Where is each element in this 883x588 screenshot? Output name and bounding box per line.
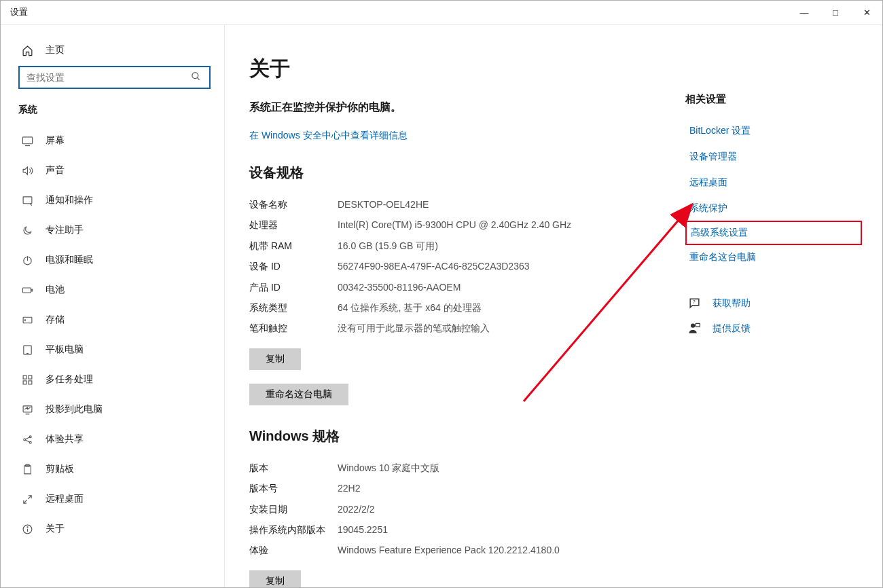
svg-point-20 [29, 435, 31, 437]
nav-display[interactable]: 屏幕 [1, 126, 224, 155]
spec-value: 16.0 GB (15.9 GB 可用) [338, 238, 658, 253]
spec-row: 设备 ID56274F90-98EA-479F-AC46-825C2A3D236… [249, 256, 658, 276]
get-help-link[interactable]: ? 获取帮助 [685, 291, 862, 316]
nav-label: 存储 [46, 314, 65, 326]
windows-spec-header: Windows 规格 [249, 427, 658, 445]
feedback-label: 提供反馈 [713, 323, 751, 335]
sound-icon [21, 165, 33, 177]
rename-pc-button[interactable]: 重命名这台电脑 [249, 384, 348, 405]
svg-point-11 [24, 319, 25, 320]
spec-row: 机带 RAM16.0 GB (15.9 GB 可用) [249, 236, 658, 256]
spec-label: 版本号 [249, 481, 338, 496]
spec-row: 版本号22H2 [249, 478, 658, 498]
svg-marker-4 [23, 166, 27, 174]
page-title: 关于 [249, 55, 658, 83]
device-spec-header: 设备规格 [249, 164, 658, 182]
nav-label: 通知和操作 [46, 194, 93, 206]
svg-rect-2 [22, 136, 32, 143]
nav-multitask[interactable]: 多任务处理 [1, 365, 224, 394]
svg-point-32 [690, 323, 694, 327]
tablet-icon [21, 344, 33, 356]
nav-label: 声音 [46, 164, 65, 177]
advanced-system-settings-link[interactable]: 高级系统设置 [685, 221, 862, 245]
nav-power[interactable]: 电源和睡眠 [1, 245, 224, 275]
spec-value: 00342-35500-81196-AAOEM [338, 280, 658, 295]
spec-value: Windows Feature Experience Pack 120.2212… [338, 543, 658, 557]
protection-status: 系统正在监控并保护你的电脑。 [249, 100, 658, 115]
rail-link[interactable]: 系统保护 [685, 196, 862, 221]
nav-project[interactable]: 投影到此电脑 [1, 394, 224, 424]
svg-rect-5 [23, 196, 32, 203]
rail-link[interactable]: 重命名这台电脑 [685, 244, 862, 270]
rail-link[interactable]: BitLocker 设置 [685, 118, 862, 144]
copy-device-button[interactable]: 复制 [249, 348, 301, 370]
minimize-button[interactable]: — [789, 1, 820, 24]
spec-value: Intel(R) Core(TM) i5-9300H CPU @ 2.40GHz… [338, 217, 658, 232]
svg-line-27 [23, 500, 26, 503]
nav-remote-desktop[interactable]: 远程桌面 [1, 484, 224, 514]
search-input[interactable] [18, 66, 211, 89]
search-icon [191, 71, 201, 84]
window-title: 设置 [10, 7, 28, 18]
spec-label: 设备名称 [249, 197, 338, 212]
window-controls: — □ ✕ [789, 1, 882, 24]
nav-label: 远程桌面 [46, 493, 84, 505]
multitask-icon [21, 374, 33, 386]
svg-line-23 [25, 440, 29, 442]
sidebar: 主页 系统 屏幕 声音 通知和操作 专注助手 [1, 25, 225, 588]
home-button[interactable]: 主页 [1, 39, 224, 66]
project-icon [21, 404, 33, 416]
rail-link[interactable]: 远程桌面 [685, 170, 862, 196]
home-label: 主页 [46, 44, 65, 56]
spec-row: 产品 ID00342-35500-81196-AAOEM [249, 277, 658, 297]
security-center-link[interactable]: 在 Windows 安全中心中查看详细信息 [249, 130, 658, 142]
nav-tablet[interactable]: 平板电脑 [1, 335, 224, 365]
nav-label: 电源和睡眠 [46, 254, 93, 266]
spec-label: 操作系统内部版本 [249, 522, 338, 537]
nav-sound[interactable]: 声音 [1, 155, 224, 185]
svg-point-21 [29, 441, 31, 443]
svg-rect-9 [31, 289, 32, 291]
spec-label: 产品 ID [249, 280, 338, 295]
nav-label: 平板电脑 [46, 344, 84, 356]
spec-row: 系统类型64 位操作系统, 基于 x64 的处理器 [249, 297, 658, 318]
nav-about[interactable]: 关于 [1, 514, 224, 544]
nav-label: 体验共享 [46, 433, 84, 445]
svg-rect-8 [22, 287, 31, 292]
spec-value: 2022/2/2 [338, 502, 658, 517]
svg-line-22 [25, 437, 29, 439]
storage-icon [21, 314, 33, 326]
nav-notifications[interactable]: 通知和操作 [1, 185, 224, 215]
spec-label: 版本 [249, 460, 338, 475]
spec-row: 操作系统内部版本19045.2251 [249, 519, 658, 540]
share-icon [21, 434, 33, 445]
svg-point-19 [23, 439, 25, 441]
maximize-button[interactable]: □ [820, 1, 851, 24]
give-feedback-link[interactable]: 提供反馈 [685, 316, 862, 341]
spec-value: 没有可用于此显示器的笔或触控输入 [338, 320, 658, 335]
nav-battery[interactable]: 电池 [1, 275, 224, 305]
nav-label: 关于 [46, 523, 65, 535]
svg-rect-33 [696, 323, 700, 327]
title-bar: 设置 — □ ✕ [1, 1, 882, 25]
svg-text:?: ? [692, 299, 695, 305]
nav-storage[interactable]: 存储 [1, 305, 224, 335]
power-icon [21, 255, 33, 266]
spec-value: 19045.2251 [338, 522, 658, 537]
nav-label: 屏幕 [46, 134, 65, 147]
svg-rect-15 [28, 375, 31, 379]
spec-label: 设备 ID [249, 259, 338, 274]
svg-rect-14 [23, 375, 26, 379]
nav-clipboard[interactable]: 剪贴板 [1, 454, 224, 484]
nav-focus-assist[interactable]: 专注助手 [1, 215, 224, 245]
spec-row: 版本Windows 10 家庭中文版 [249, 458, 658, 478]
spec-label: 系统类型 [249, 300, 338, 315]
copy-windows-button[interactable]: 复制 [249, 570, 301, 588]
rail-link[interactable]: 设备管理器 [685, 144, 862, 170]
svg-line-1 [197, 77, 199, 79]
nav-shared[interactable]: 体验共享 [1, 424, 224, 454]
svg-point-30 [26, 526, 27, 527]
spec-row: 笔和触控没有可用于此显示器的笔或触控输入 [249, 318, 658, 338]
clipboard-icon [21, 464, 33, 475]
close-button[interactable]: ✕ [851, 1, 882, 24]
